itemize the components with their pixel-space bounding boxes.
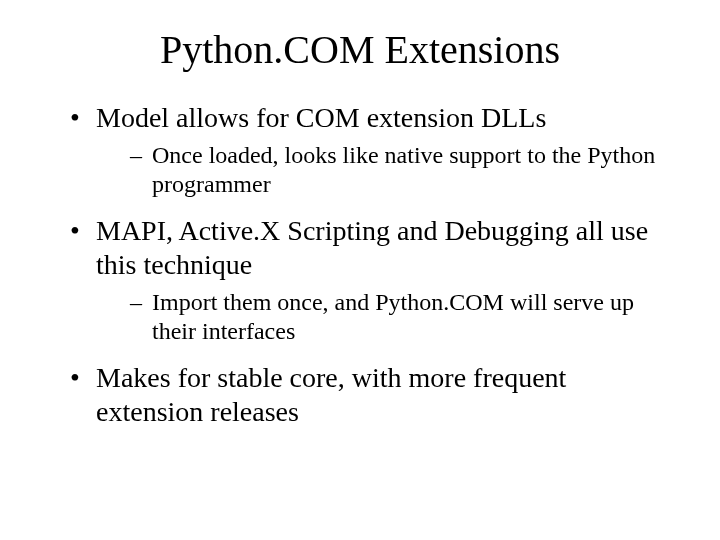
list-item: Model allows for COM extension DLLs Once… bbox=[70, 101, 680, 200]
list-item: Makes for stable core, with more frequen… bbox=[70, 361, 680, 429]
slide-title: Python.COM Extensions bbox=[40, 26, 680, 73]
bullet-text: Once loaded, looks like native support t… bbox=[152, 142, 655, 197]
sub-list: Import them once, and Python.COM will se… bbox=[96, 288, 680, 347]
bullet-text: Makes for stable core, with more frequen… bbox=[96, 362, 566, 427]
bullet-text: Model allows for COM extension DLLs bbox=[96, 102, 546, 133]
list-item: Import them once, and Python.COM will se… bbox=[130, 288, 680, 347]
bullet-list: Model allows for COM extension DLLs Once… bbox=[40, 101, 680, 429]
bullet-text: Import them once, and Python.COM will se… bbox=[152, 289, 634, 344]
bullet-text: MAPI, Active.X Scripting and Debugging a… bbox=[96, 215, 648, 280]
sub-list: Once loaded, looks like native support t… bbox=[96, 141, 680, 200]
slide: Python.COM Extensions Model allows for C… bbox=[0, 0, 720, 540]
list-item: Once loaded, looks like native support t… bbox=[130, 141, 680, 200]
list-item: MAPI, Active.X Scripting and Debugging a… bbox=[70, 214, 680, 347]
